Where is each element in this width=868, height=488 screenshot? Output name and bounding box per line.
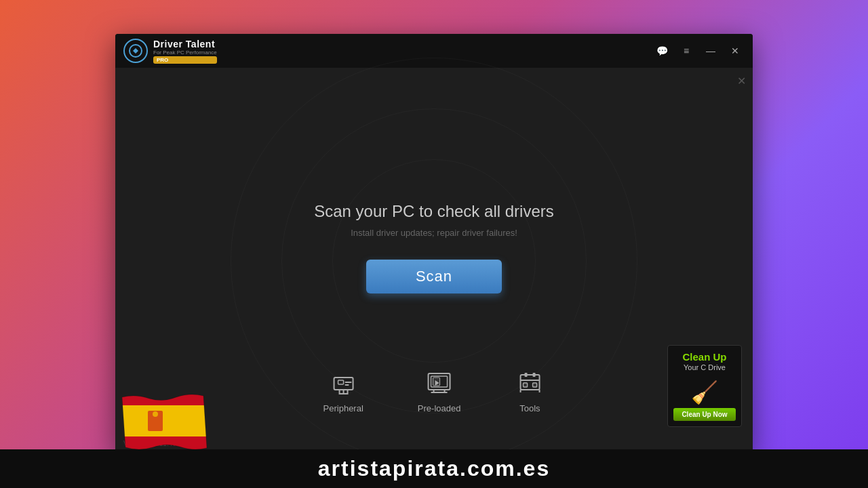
svg-rect-14 [532, 373, 535, 377]
svg-rect-20 [122, 390, 210, 405]
svg-rect-16 [523, 383, 527, 387]
svg-rect-13 [524, 373, 527, 377]
svg-rect-21 [122, 405, 210, 436]
hero-title: Scan your PC to check all drivers [314, 202, 553, 221]
logo-icon [123, 39, 148, 63]
spain-flag-icon [122, 390, 210, 451]
hero-subtitle: Install driver updates; repair driver fa… [351, 228, 517, 238]
menu-button[interactable]: ≡ [677, 44, 696, 58]
close-button[interactable]: ✕ [726, 44, 745, 58]
broom-icon: 🧹 [691, 380, 718, 405]
peripheral-icon [328, 368, 358, 398]
app-logo: Driver Talent For Peak PC Performance PR… [123, 39, 217, 64]
logo-text: Driver Talent For Peak PC Performance PR… [153, 39, 217, 64]
title-bar-controls: 💬 ≡ — ✕ [652, 44, 745, 58]
tools-icon [515, 368, 545, 398]
peripheral-label: Peripheral [323, 403, 363, 413]
hero-section: Scan your PC to check all drivers Instal… [314, 202, 553, 293]
peripheral-icon-item[interactable]: Peripheral [323, 368, 363, 413]
watermark-text: artistapirata.com.es [318, 456, 550, 481]
ad-title: Clean Up [682, 351, 726, 363]
title-bar-left: Driver Talent For Peak PC Performance PR… [123, 39, 217, 64]
watermark: artistapirata.com.es [0, 449, 868, 488]
bottom-icons: Peripheral Pre-loaded [323, 368, 545, 413]
pro-badge: PRO [153, 56, 217, 64]
cleanup-button[interactable]: Clean Up Now [673, 408, 736, 421]
tools-icon-item[interactable]: Tools [515, 368, 545, 413]
minimize-button[interactable]: — [701, 44, 720, 58]
ad-banner: Clean Up Your C Drive 🧹 Clean Up Now [667, 345, 742, 427]
ad-close-button[interactable]: ✕ [737, 75, 746, 87]
svg-rect-2 [338, 380, 343, 384]
preloaded-label: Pre-loaded [418, 403, 461, 413]
app-window: Driver Talent For Peak PC Performance PR… [115, 34, 753, 454]
svg-rect-17 [532, 383, 536, 387]
svg-rect-4 [344, 384, 349, 386]
scan-button[interactable]: Scan [366, 260, 502, 293]
preloaded-icon-item[interactable]: Pre-loaded [418, 368, 461, 413]
svg-point-24 [153, 411, 158, 417]
tools-label: Tools [519, 403, 540, 413]
chat-button[interactable]: 💬 [652, 44, 671, 58]
ad-subtitle: Your C Drive [684, 363, 726, 371]
svg-rect-12 [520, 375, 539, 390]
app-subtitle: For Peak PC Performance [153, 49, 217, 56]
svg-rect-3 [344, 382, 351, 383]
preloaded-icon [425, 368, 454, 398]
flag-container [122, 390, 210, 454]
app-title: Driver Talent [153, 39, 217, 49]
main-content: Scan your PC to check all drivers Instal… [115, 68, 753, 454]
